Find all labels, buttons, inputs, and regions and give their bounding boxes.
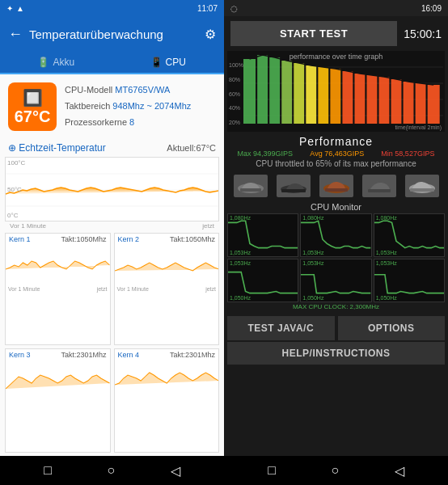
svg-rect-21 — [404, 82, 414, 124]
svg-rect-29 — [325, 188, 348, 192]
cpu-tab-icon: 📱 — [150, 57, 163, 68]
core-3-freq: Takt:2301Mhz — [61, 351, 106, 359]
core-1-x-left: Vor 1 Minute — [8, 286, 40, 292]
nav-bar: □ ○ ◁ □ ○ ◁ — [0, 456, 448, 485]
cpu-kerne-row: Prozessorkerne 8 — [65, 115, 216, 131]
core-1-freq: Takt:1050Mhz — [61, 235, 106, 243]
y-40: 40% — [229, 105, 243, 111]
svg-rect-8 — [243, 59, 256, 124]
y-100: 100% — [229, 62, 243, 68]
shoe-5-icon — [407, 177, 437, 195]
core-2-name: Kern 2 — [118, 235, 140, 243]
svg-rect-15 — [330, 69, 340, 124]
right-top-bar: START TEST 15:00:1 — [224, 16, 448, 51]
status-bar-left: ✦ ▲ 11:07 — [0, 0, 224, 16]
monitor-freq-3-bot: 1,053Hz — [376, 250, 397, 255]
svg-rect-22 — [416, 83, 426, 124]
shoe-4 — [362, 175, 396, 197]
nav-right-square-icon[interactable]: □ — [268, 463, 276, 478]
shoe-5 — [405, 175, 439, 197]
core-3-card: Kern 3 Takt:2301Mhz — [5, 348, 111, 453]
svg-rect-18 — [366, 75, 377, 124]
left-status-icons: ✦ ▲ — [6, 4, 24, 13]
shoe-2 — [277, 175, 311, 197]
cpu-details: CPU-Modell MT6765V/WA Taktbereich 948Mhz… — [65, 82, 216, 130]
shoe-3-icon — [321, 177, 352, 195]
realtime-label: ⊕ Echtzeit-Temperatur — [8, 142, 162, 154]
nav-right-home-icon[interactable]: ○ — [331, 463, 339, 478]
performance-section: Performance Max 94,399GIPS Avg 76,463GIP… — [224, 132, 448, 171]
chart-y-top: 100°C — [7, 159, 25, 167]
nav-left-square-icon[interactable]: □ — [44, 463, 52, 478]
monitor-freq-6-top: 1,053Hz — [376, 260, 397, 266]
cpu-monitor-title: CPU Monitor — [227, 202, 445, 212]
max-cpu-text: MAX CPU CLOCK: 2,300MHz — [227, 302, 445, 311]
svg-rect-27 — [281, 189, 306, 192]
options-button[interactable]: OPTIONS — [338, 316, 446, 340]
y-60: 60% — [229, 91, 243, 97]
perf-stats: Max 94,399GIPS Avg 76,463GIPS Min 58,527… — [229, 150, 443, 158]
shoe-4-icon — [364, 177, 395, 195]
core-1-chart — [6, 245, 110, 285]
y-80: 80% — [229, 77, 243, 82]
nav-right: □ ○ ◁ — [224, 456, 448, 485]
monitor-freq-4-top: 1,053Hz — [230, 260, 251, 266]
cpu-monitor-section: CPU Monitor 1,080Hz 1,053Hz 1,080Hz 1,05… — [224, 200, 448, 313]
left-time: 11:07 — [197, 4, 218, 13]
graph-title: performance over time graph — [290, 53, 383, 61]
cpu-temp-icon: 🔲 67°C — [8, 82, 57, 131]
monitor-cell-2: 1,080Hz 1,053Hz — [300, 213, 371, 257]
monitor-cell-1: 1,080Hz 1,053Hz — [227, 213, 298, 257]
core-4-name: Kern 4 — [118, 351, 140, 359]
perf-title: Performance — [229, 135, 443, 148]
core-4-card: Kern 4 Takt:2301Mhz — [114, 348, 220, 453]
cpu-takt-label: Taktbereich — [65, 101, 110, 111]
left-header: ← Temperaturüberwachung ⚙ — [0, 16, 224, 52]
cpu-takt-row: Taktbereich 948Mhz ~ 2074Mhz — [65, 99, 216, 115]
help-button[interactable]: HELP/INSTRUCTIONS — [227, 342, 445, 365]
shoe-1 — [234, 175, 268, 197]
svg-rect-12 — [294, 63, 304, 124]
svg-rect-23 — [428, 85, 440, 124]
cpu-model-row: CPU-Modell MT6765V/WA — [65, 82, 216, 99]
monitor-freq-2-bot: 1,053Hz — [302, 250, 323, 255]
monitor-freq-5-bot: 1,050Hz — [302, 295, 323, 301]
battery-tab-icon: 🔋 — [37, 57, 49, 68]
cpu-kerne-value: 8 — [129, 117, 134, 127]
start-test-button[interactable]: START TEST — [230, 21, 397, 46]
tab-akku[interactable]: 🔋 Akku — [0, 52, 112, 73]
svg-rect-31 — [368, 189, 391, 192]
timer-display: 15:00:1 — [404, 27, 442, 40]
tab-akku-label: Akku — [53, 57, 74, 68]
back-icon[interactable]: ← — [8, 26, 23, 43]
wifi-icon: ◌ — [230, 4, 238, 13]
right-time: 16:09 — [421, 4, 442, 13]
tab-cpu[interactable]: 📱 CPU — [112, 52, 225, 74]
monitor-freq-1-top: 1,080Hz — [230, 215, 251, 221]
performance-svg — [243, 51, 443, 132]
performance-graph: performance over time graph 100% 80% 60%… — [227, 51, 445, 132]
svg-rect-33 — [410, 188, 434, 192]
core-3-name: Kern 3 — [9, 351, 31, 359]
nav-right-back-icon[interactable]: ◁ — [395, 463, 404, 479]
svg-rect-14 — [318, 67, 328, 124]
test-java-button[interactable]: TEST JAVA/C — [227, 316, 335, 340]
main-temp-chart: 100°C 50°C 0°C — [5, 157, 219, 221]
core-4-chart — [115, 361, 219, 401]
nav-left-home-icon[interactable]: ○ — [107, 463, 115, 478]
nav-left-back-icon[interactable]: ◁ — [171, 463, 180, 479]
settings-icon[interactable]: ⚙ — [205, 27, 216, 42]
svg-rect-13 — [306, 65, 316, 124]
monitor-freq-5-top: 1,053Hz — [302, 260, 323, 266]
monitor-freq-2-top: 1,080Hz — [302, 215, 323, 221]
chart-y-bot: 0°C — [7, 212, 18, 219]
monitor-grid: 1,080Hz 1,053Hz 1,080Hz 1,053Hz 1,080Hz — [227, 213, 445, 302]
y-20: 20% — [229, 120, 243, 125]
monitor-cell-3: 1,080Hz 1,053Hz — [374, 213, 445, 257]
svg-rect-16 — [342, 71, 353, 124]
core-grid: Kern 1 Takt:1050Mhz Vor 1 Minute jetzt K… — [0, 230, 224, 456]
aktuell-text: Aktuell:67°C — [167, 143, 216, 153]
monitor-freq-4-bot: 1,050Hz — [230, 295, 251, 301]
cpu-model-label: CPU-Modell — [65, 85, 112, 95]
shoe-row — [224, 171, 448, 200]
